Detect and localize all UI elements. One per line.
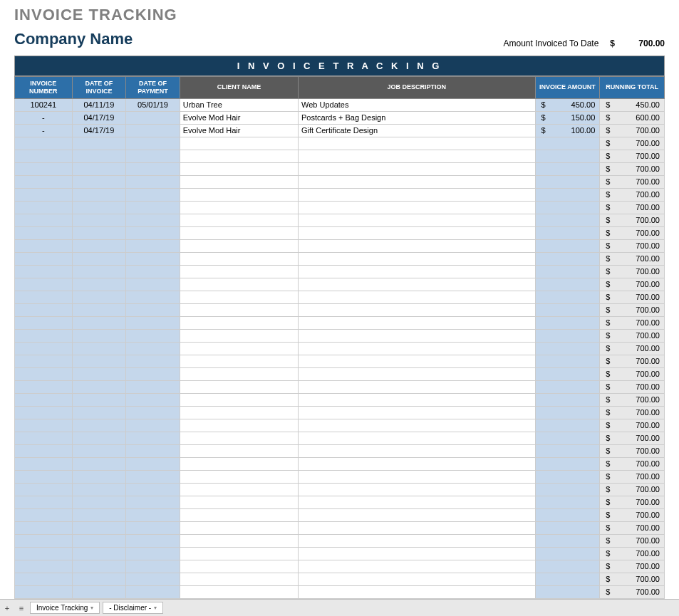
cell-running-total[interactable]: $700.00 (600, 585, 665, 598)
cell-job-description[interactable] (299, 380, 536, 393)
table-row[interactable]: $700.00 (15, 444, 665, 457)
cell-date-of-invoice[interactable] (72, 547, 126, 560)
cell-date-of-payment[interactable] (126, 137, 180, 150)
all-sheets-button[interactable]: ≡ (14, 601, 28, 615)
cell-client-name[interactable] (180, 483, 298, 496)
cell-invoice-amount[interactable] (535, 419, 600, 432)
table-row[interactable]: $700.00 (15, 483, 665, 496)
cell-invoice-number[interactable] (15, 150, 73, 162)
cell-invoice-amount[interactable] (535, 521, 600, 534)
cell-job-description[interactable] (299, 521, 536, 534)
cell-running-total[interactable]: $700.00 (600, 419, 665, 432)
cell-client-name[interactable] (180, 457, 298, 470)
add-sheet-button[interactable]: + (0, 601, 14, 615)
col-job-description[interactable]: JOB DESCRIPTION (299, 77, 536, 99)
table-row[interactable]: $700.00 (15, 432, 665, 444)
cell-invoice-number[interactable] (15, 329, 73, 342)
cell-invoice-number[interactable] (15, 367, 73, 380)
cell-running-total[interactable]: $700.00 (600, 150, 665, 162)
cell-invoice-number[interactable] (15, 432, 73, 444)
cell-invoice-number[interactable] (15, 547, 73, 560)
cell-invoice-number[interactable] (15, 444, 73, 457)
cell-running-total[interactable]: $700.00 (600, 432, 665, 444)
table-row[interactable]: $700.00 (15, 278, 665, 291)
cell-date-of-invoice[interactable] (72, 316, 126, 329)
cell-running-total[interactable]: $700.00 (600, 124, 665, 137)
cell-invoice-amount[interactable] (535, 175, 600, 188)
cell-date-of-payment[interactable] (126, 214, 180, 226)
cell-date-of-payment[interactable] (126, 585, 180, 598)
cell-date-of-invoice[interactable]: 04/17/19 (72, 124, 126, 137)
table-row[interactable]: $700.00 (15, 175, 665, 188)
cell-invoice-amount[interactable] (535, 150, 600, 162)
cell-invoice-number[interactable] (15, 214, 73, 226)
cell-client-name[interactable] (180, 175, 298, 188)
cell-client-name[interactable] (180, 162, 298, 175)
cell-job-description[interactable] (299, 226, 536, 239)
table-row[interactable]: $700.00 (15, 329, 665, 342)
cell-invoice-amount[interactable] (535, 329, 600, 342)
cell-invoice-number[interactable] (15, 291, 73, 303)
col-date-of-invoice[interactable]: DATE OF INVOICE (72, 77, 126, 99)
cell-job-description[interactable] (299, 175, 536, 188)
cell-invoice-number[interactable] (15, 201, 73, 214)
cell-date-of-payment[interactable] (126, 470, 180, 483)
cell-invoice-number[interactable] (15, 508, 73, 521)
cell-date-of-payment[interactable] (126, 316, 180, 329)
cell-invoice-number[interactable]: - (15, 124, 73, 137)
cell-client-name[interactable] (180, 470, 298, 483)
cell-invoice-amount[interactable] (535, 457, 600, 470)
table-row[interactable]: $700.00 (15, 252, 665, 265)
cell-invoice-number[interactable] (15, 162, 73, 175)
cell-invoice-amount[interactable] (535, 214, 600, 226)
table-row[interactable]: $700.00 (15, 303, 665, 316)
table-row[interactable]: -04/17/19Evolve Mod HairPostcards + Bag … (15, 111, 665, 124)
cell-date-of-invoice[interactable] (72, 470, 126, 483)
cell-running-total[interactable]: $700.00 (600, 188, 665, 201)
cell-job-description[interactable] (299, 585, 536, 598)
cell-invoice-amount[interactable] (535, 406, 600, 419)
cell-invoice-amount[interactable] (535, 137, 600, 150)
cell-date-of-invoice[interactable] (72, 573, 126, 585)
cell-invoice-amount[interactable] (535, 380, 600, 393)
cell-date-of-payment[interactable] (126, 521, 180, 534)
cell-client-name[interactable] (180, 265, 298, 278)
cell-invoice-number[interactable] (15, 303, 73, 316)
cell-running-total[interactable]: $700.00 (600, 406, 665, 419)
cell-date-of-payment[interactable] (126, 432, 180, 444)
cell-client-name[interactable] (180, 226, 298, 239)
cell-invoice-amount[interactable] (535, 316, 600, 329)
table-row[interactable]: $700.00 (15, 419, 665, 432)
cell-date-of-payment[interactable]: 05/01/19 (126, 98, 180, 111)
cell-invoice-amount[interactable] (535, 496, 600, 508)
cell-date-of-invoice[interactable] (72, 367, 126, 380)
table-row[interactable]: $700.00 (15, 406, 665, 419)
cell-running-total[interactable]: $700.00 (600, 214, 665, 226)
cell-date-of-payment[interactable] (126, 303, 180, 316)
cell-invoice-number[interactable] (15, 188, 73, 201)
cell-job-description[interactable] (299, 239, 536, 252)
cell-job-description[interactable] (299, 342, 536, 355)
cell-running-total[interactable]: $700.00 (600, 342, 665, 355)
cell-date-of-invoice[interactable] (72, 226, 126, 239)
cell-date-of-invoice[interactable] (72, 252, 126, 265)
cell-job-description[interactable] (299, 162, 536, 175)
cell-job-description[interactable] (299, 534, 536, 547)
cell-date-of-payment[interactable] (126, 124, 180, 137)
cell-date-of-payment[interactable] (126, 483, 180, 496)
cell-client-name[interactable] (180, 380, 298, 393)
cell-client-name[interactable] (180, 585, 298, 598)
cell-running-total[interactable]: $700.00 (600, 355, 665, 367)
cell-job-description[interactable] (299, 483, 536, 496)
cell-date-of-invoice[interactable]: 04/17/19 (72, 111, 126, 124)
table-row[interactable]: $700.00 (15, 496, 665, 508)
cell-running-total[interactable]: $700.00 (600, 201, 665, 214)
cell-invoice-number[interactable] (15, 380, 73, 393)
cell-running-total[interactable]: $450.00 (600, 98, 665, 111)
cell-client-name[interactable] (180, 393, 298, 406)
table-row[interactable]: $700.00 (15, 521, 665, 534)
cell-running-total[interactable]: $700.00 (600, 367, 665, 380)
cell-job-description[interactable] (299, 496, 536, 508)
dropdown-icon[interactable]: ▾ (154, 605, 157, 611)
cell-invoice-amount[interactable] (535, 444, 600, 457)
